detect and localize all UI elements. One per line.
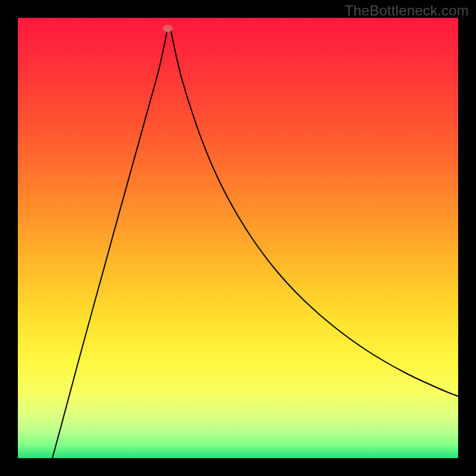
bottleneck-chart: [18, 18, 458, 458]
watermark-text: TheBottleneck.com: [345, 2, 469, 19]
chart-background: [18, 18, 458, 458]
chart-frame: [18, 18, 458, 458]
optimum-marker: [163, 25, 173, 32]
